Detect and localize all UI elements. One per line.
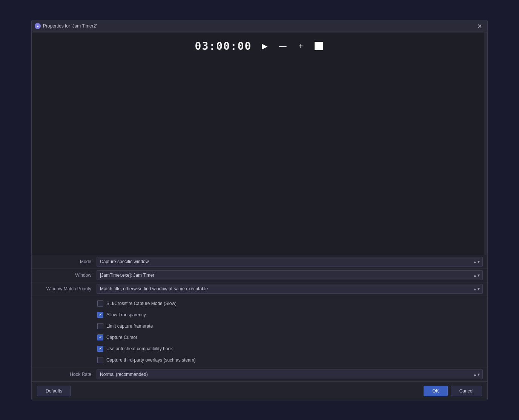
anti-cheat-checkbox[interactable] xyxy=(97,346,103,352)
checkbox-transparency-row: Allow Transparency xyxy=(97,310,483,319)
third-party-checkbox[interactable] xyxy=(97,357,103,363)
hook-rate-label: Hook Rate xyxy=(36,372,97,377)
main-window: ● Properties for 'Jam Timer2' ✕ 03:00:00… xyxy=(31,20,488,400)
timer-controls: 03:00:00 ▶ — + xyxy=(195,40,324,52)
timer-display: 03:00:00 xyxy=(195,40,252,52)
mode-label: Mode xyxy=(36,259,97,264)
defaults-button[interactable]: Defaults xyxy=(37,386,71,396)
stop-icon xyxy=(315,42,323,50)
window-match-select[interactable]: Match title, otherwise find window of sa… xyxy=(97,284,483,294)
window-control: [JamTimer.exe]: Jam Timer ▲▼ xyxy=(97,270,483,280)
hook-rate-row: Hook Rate Normal (recommended) High Low … xyxy=(32,368,487,382)
capture-cursor-label[interactable]: Capture Cursor xyxy=(106,335,137,340)
window-match-control: Match title, otherwise find window of sa… xyxy=(97,284,483,294)
hook-rate-select[interactable]: Normal (recommended) High Low xyxy=(97,369,483,379)
anti-cheat-label[interactable]: Use anti-cheat compatibility hook xyxy=(106,346,173,351)
window-select[interactable]: [JamTimer.exe]: Jam Timer xyxy=(97,270,483,280)
preview-scrollbar[interactable] xyxy=(484,32,487,255)
third-party-label[interactable]: Capture third-party overlays (such as st… xyxy=(106,357,196,363)
checkboxes-area: SLI/Crossfire Capture Mode (Slow) Allow … xyxy=(32,296,487,368)
ok-button[interactable]: OK xyxy=(424,386,447,396)
capture-cursor-checkbox[interactable] xyxy=(97,334,103,340)
checkbox-third-party-row: Capture third-party overlays (such as st… xyxy=(97,356,483,365)
checkbox-sli-row: SLI/Crossfire Capture Mode (Slow) xyxy=(97,299,483,308)
stop-button[interactable] xyxy=(313,41,324,51)
transparency-checkbox[interactable] xyxy=(97,312,103,318)
window-match-row: Window Match Priority Match title, other… xyxy=(32,282,487,296)
window-title: Properties for 'Jam Timer2' xyxy=(43,23,97,29)
preview-area: 03:00:00 ▶ — + xyxy=(32,32,487,255)
sli-checkbox[interactable] xyxy=(97,300,103,307)
limit-framerate-checkbox[interactable] xyxy=(97,323,103,329)
window-label: Window xyxy=(36,273,97,278)
footer-right: OK Cancel xyxy=(424,386,482,396)
mode-select-wrapper: Capture specific window Capture foregrou… xyxy=(97,257,483,267)
mode-row: Mode Capture specific window Capture for… xyxy=(32,255,487,269)
mode-control: Capture specific window Capture foregrou… xyxy=(97,257,483,267)
play-button[interactable]: ▶ xyxy=(259,41,270,51)
window-select-wrapper: [JamTimer.exe]: Jam Timer ▲▼ xyxy=(97,270,483,280)
mode-select[interactable]: Capture specific window Capture foregrou… xyxy=(97,257,483,267)
checkbox-limit-framerate-row: Limit capture framerate xyxy=(97,322,483,331)
close-button[interactable]: ✕ xyxy=(475,22,484,31)
window-row: Window [JamTimer.exe]: Jam Timer ▲▼ xyxy=(32,269,487,282)
cancel-button[interactable]: Cancel xyxy=(451,386,482,396)
checkbox-anti-cheat-row: Use anti-cheat compatibility hook xyxy=(97,344,483,353)
title-bar-left: ● Properties for 'Jam Timer2' xyxy=(35,23,97,29)
window-icon: ● xyxy=(35,23,41,29)
footer: Defaults OK Cancel xyxy=(32,382,487,400)
checkbox-capture-cursor-row: Capture Cursor xyxy=(97,333,483,342)
transparency-label[interactable]: Allow Transparency xyxy=(106,312,146,317)
minus-button[interactable]: — xyxy=(277,41,288,51)
plus-button[interactable]: + xyxy=(295,41,306,51)
limit-framerate-label[interactable]: Limit capture framerate xyxy=(106,323,153,329)
window-match-label: Window Match Priority xyxy=(36,286,97,291)
sli-label[interactable]: SLI/Crossfire Capture Mode (Slow) xyxy=(106,301,177,306)
title-bar: ● Properties for 'Jam Timer2' ✕ xyxy=(32,20,487,32)
window-match-select-wrapper: Match title, otherwise find window of sa… xyxy=(97,284,483,294)
hook-rate-control: Normal (recommended) High Low ▲▼ xyxy=(97,369,483,379)
settings-area: Mode Capture specific window Capture for… xyxy=(32,255,487,382)
hook-rate-select-wrapper: Normal (recommended) High Low ▲▼ xyxy=(97,369,483,379)
